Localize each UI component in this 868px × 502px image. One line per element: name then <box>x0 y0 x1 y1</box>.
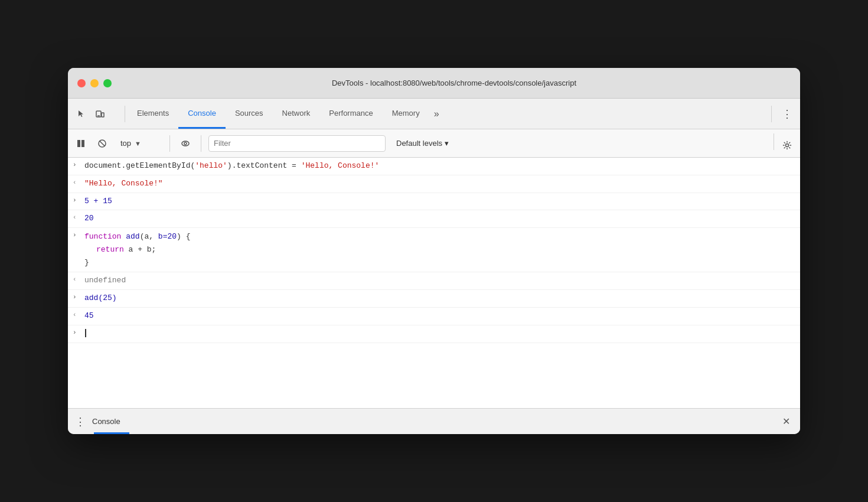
tab-divider <box>125 106 125 122</box>
svg-line-6 <box>100 141 105 146</box>
traffic-lights <box>77 79 112 87</box>
console-line-1: › document.getElementById('hello').textC… <box>68 158 800 175</box>
input-arrow-3: › <box>73 195 84 204</box>
toolbar-right-divider <box>774 133 774 150</box>
console-line-5: › function add(a, b=20) { return a + b; … <box>68 228 800 272</box>
devtools-menu-button[interactable]: ⋮ <box>779 106 795 122</box>
bottom-tab-console[interactable]: Console <box>92 417 120 426</box>
tab-memory[interactable]: Memory <box>383 99 429 129</box>
console-line-4: ‹ 20 <box>68 210 800 228</box>
cursor-icon[interactable] <box>73 106 89 122</box>
console-output[interactable]: › document.getElementById('hello').textC… <box>68 158 800 408</box>
line-content-4: 20 <box>84 213 795 225</box>
console-line-2: ‹ "Hello, Console!" <box>68 175 800 193</box>
input-arrow-7: › <box>73 292 84 301</box>
tab-elements[interactable]: Elements <box>128 99 178 129</box>
minimize-button[interactable] <box>90 79 99 87</box>
tab-network[interactable]: Network <box>273 99 320 129</box>
console-line-6: ‹ undefined <box>68 272 800 290</box>
filter-input-container <box>208 135 386 152</box>
filter-input[interactable] <box>208 135 386 152</box>
device-icon[interactable] <box>92 106 108 122</box>
svg-point-7 <box>182 141 189 146</box>
close-button[interactable] <box>77 79 86 87</box>
line-content-7: add(25) <box>84 292 795 305</box>
output-arrow-4: ‹ <box>73 213 84 221</box>
tab-bar: Elements Console Sources Network Perform… <box>68 99 800 129</box>
tab-performance[interactable]: Performance <box>319 99 382 129</box>
output-arrow-6: ‹ <box>73 275 84 283</box>
devtools-window: DevTools - localhost:8080/web/tools/chro… <box>68 68 800 434</box>
tab-bar-right: ⋮ <box>769 106 795 122</box>
window-title: DevTools - localhost:8080/web/tools/chro… <box>118 79 791 87</box>
tab-sources[interactable]: Sources <box>226 99 273 129</box>
block-icon[interactable] <box>94 135 110 152</box>
tab-console[interactable]: Console <box>178 99 226 129</box>
tab-icons <box>73 106 118 122</box>
line-content-2: "Hello, Console!" <box>84 178 795 190</box>
input-arrow-1: › <box>73 160 84 168</box>
toolbar-right <box>771 133 795 154</box>
input-arrow-9: › <box>73 328 84 336</box>
context-selector[interactable]: top ▼ <box>115 136 162 151</box>
toolbar-divider1 <box>169 135 170 152</box>
input-arrow-5: › <box>73 230 84 239</box>
console-line-7: › add(25) <box>68 290 800 308</box>
svg-point-9 <box>786 144 789 146</box>
levels-dropdown-button[interactable]: Default levels ▾ <box>390 136 455 150</box>
line-content-8: 45 <box>84 310 795 322</box>
line-content-6: undefined <box>84 275 795 287</box>
bottom-bar: ⋮ Console ✕ <box>68 408 800 434</box>
title-bar: DevTools - localhost:8080/web/tools/chro… <box>68 68 800 99</box>
console-toolbar: top ▼ Default levels ▾ <box>68 129 800 158</box>
svg-rect-3 <box>77 140 80 147</box>
fullscreen-button[interactable] <box>103 79 112 87</box>
clear-console-button[interactable] <box>73 135 89 152</box>
console-line-8: ‹ 45 <box>68 308 800 325</box>
right-divider <box>771 106 772 122</box>
bottom-bar-menu-button[interactable]: ⋮ <box>75 415 85 428</box>
eye-icon[interactable] <box>177 135 194 152</box>
toolbar-divider2 <box>201 135 201 152</box>
text-cursor <box>85 329 86 337</box>
output-arrow-8: ‹ <box>73 310 84 318</box>
line-content-5: function add(a, b=20) { return a + b; } <box>84 230 795 269</box>
svg-rect-4 <box>81 140 84 147</box>
svg-point-8 <box>184 142 187 145</box>
line-content-1: document.getElementById('hello').textCon… <box>84 160 795 172</box>
bottom-tab-indicator <box>94 432 129 434</box>
svg-rect-1 <box>102 113 104 117</box>
line-content-3: 5 + 15 <box>84 195 795 208</box>
close-panel-button[interactable]: ✕ <box>779 415 793 429</box>
settings-icon[interactable] <box>779 137 795 154</box>
tabs: Elements Console Sources Network Perform… <box>128 99 444 129</box>
line-content-9[interactable] <box>84 328 795 340</box>
output-arrow-2: ‹ <box>73 178 84 186</box>
tabs-more-button[interactable]: » <box>429 99 444 129</box>
console-line-9-empty[interactable]: › <box>68 325 800 343</box>
console-line-3: › 5 + 15 <box>68 193 800 211</box>
